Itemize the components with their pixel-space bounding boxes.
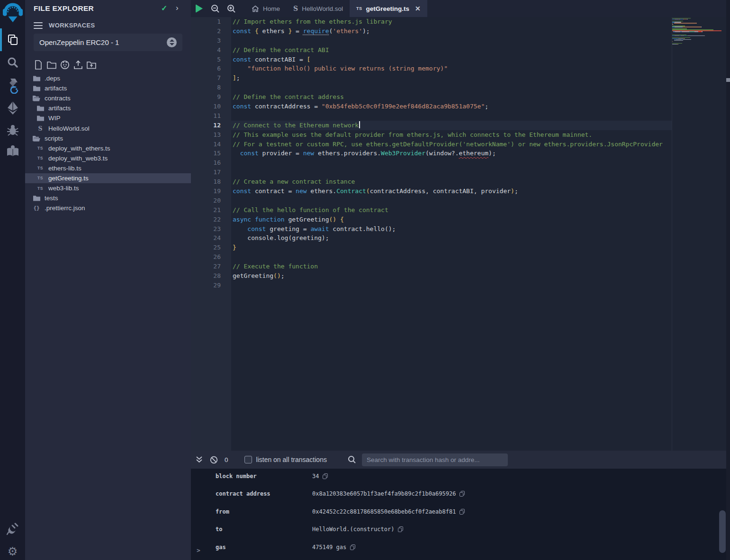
code-line-14[interactable]: // For a testnet or custom RPC, use ethe… <box>231 140 672 149</box>
zoom-in-button[interactable] <box>223 0 239 17</box>
code-line-3[interactable] <box>231 36 672 45</box>
code-line-10[interactable]: const contractAddress = "0xb54febb5c0c0f… <box>231 102 672 111</box>
line-number[interactable]: 11 <box>191 111 231 121</box>
tab-home[interactable]: Home <box>245 0 287 17</box>
line-number[interactable]: 29 <box>191 281 231 290</box>
copy-icon[interactable] <box>460 509 465 515</box>
line-number[interactable]: 13 <box>191 130 231 140</box>
line-number[interactable]: 8 <box>191 83 231 92</box>
code-line-29[interactable] <box>231 281 672 290</box>
workspace-switch-icon[interactable] <box>167 37 177 47</box>
file-tree-item[interactable]: contracts <box>25 93 191 103</box>
code-line-16[interactable] <box>231 158 672 168</box>
workspaces-menu-icon[interactable] <box>34 22 43 30</box>
line-number[interactable]: 7 <box>191 73 231 83</box>
code-line-7[interactable]: ]; <box>231 73 672 83</box>
file-tree-item[interactable]: TSdeploy_with_web3.ts <box>25 153 191 163</box>
zoom-out-button[interactable] <box>207 0 223 17</box>
code-line-8[interactable] <box>231 83 672 92</box>
copy-icon[interactable] <box>398 526 403 532</box>
line-number[interactable]: 4 <box>191 45 231 55</box>
tab-helloworld-sol[interactable]: SHelloWorld.sol <box>287 0 350 17</box>
code-line-19[interactable]: const contract = new ethers.Contract(con… <box>231 187 672 196</box>
line-number[interactable]: 24 <box>191 233 231 243</box>
debugger-icon[interactable] <box>0 122 25 138</box>
file-tree-item[interactable]: TSgetGreeting.ts <box>25 173 191 183</box>
line-number[interactable]: 9 <box>191 92 231 102</box>
run-script-button[interactable] <box>191 0 207 17</box>
file-tree-item[interactable]: {}.prettierrc.json <box>25 203 191 213</box>
code-line-25[interactable]: } <box>231 243 672 252</box>
tab-getgreeting-ts[interactable]: TSgetGreeting.ts✕ <box>350 0 427 17</box>
page-scrollbar-thumb[interactable] <box>726 78 730 82</box>
line-number[interactable]: 22 <box>191 215 231 224</box>
code-line-21[interactable]: // Call the hello function of the contra… <box>231 205 672 215</box>
file-tree-item[interactable]: artifacts <box>25 83 191 93</box>
file-tree-item[interactable]: TSweb3-lib.ts <box>25 183 191 193</box>
code-line-18[interactable]: // Create a new contract instance <box>231 177 672 187</box>
line-number[interactable]: 25 <box>191 243 231 252</box>
terminal-prompt[interactable]: > <box>197 547 200 554</box>
code-line-24[interactable]: console.log(greeting); <box>231 233 672 243</box>
code-line-6[interactable]: "function hello() public view returns (s… <box>231 64 672 73</box>
line-number[interactable]: 20 <box>191 196 231 205</box>
file-tree-item[interactable]: artifacts <box>25 103 191 113</box>
file-tree-item[interactable]: scripts <box>25 133 191 143</box>
github-clone-icon[interactable] <box>60 60 70 70</box>
collapse-terminal-icon[interactable] <box>196 456 203 463</box>
settings-gear-icon[interactable]: ⚙ <box>0 543 25 560</box>
code-line-22[interactable]: async function getGreeting() { <box>231 215 672 224</box>
line-number[interactable]: 28 <box>191 271 231 281</box>
code-line-1[interactable]: // Import ethers from the ethers.js libr… <box>231 17 672 27</box>
file-tree-item[interactable]: WIP <box>25 113 191 123</box>
code-line-5[interactable]: const contractABI = [ <box>231 55 672 64</box>
page-scrollbar[interactable] <box>726 0 730 560</box>
line-number[interactable]: 23 <box>191 224 231 234</box>
deploy-and-run-icon[interactable] <box>0 99 25 116</box>
copy-icon[interactable] <box>350 544 355 550</box>
line-number[interactable]: 3 <box>191 36 231 45</box>
code-line-12[interactable]: // Connect to the Ethereum network <box>231 121 672 130</box>
code-line-13[interactable]: // This example uses the default provide… <box>231 130 672 140</box>
line-number[interactable]: 19 <box>191 187 231 196</box>
code-line-28[interactable]: getGreeting(); <box>231 271 672 281</box>
expand-chevron-icon[interactable]: › <box>176 3 179 13</box>
line-number[interactable]: 15 <box>191 149 231 158</box>
listen-transactions-checkbox[interactable] <box>244 456 252 463</box>
code-line-27[interactable]: // Execute the function <box>231 262 672 271</box>
accept-check-icon[interactable]: ✓ <box>161 4 167 13</box>
new-file-icon[interactable] <box>34 60 43 70</box>
copy-icon[interactable] <box>460 491 465 497</box>
line-number[interactable]: 2 <box>191 27 231 36</box>
terminal-scrollbar-thumb[interactable] <box>719 510 726 553</box>
line-number[interactable]: 27 <box>191 262 231 271</box>
file-tree-item[interactable]: TSdeploy_with_ethers.ts <box>25 143 191 153</box>
file-tree-item[interactable]: TSethers-lib.ts <box>25 163 191 173</box>
learneth-icon[interactable] <box>0 143 25 159</box>
line-number[interactable]: 26 <box>191 252 231 262</box>
line-number[interactable]: 17 <box>191 168 231 177</box>
code-line-17[interactable] <box>231 168 672 177</box>
code-line-9[interactable]: // Define the contract address <box>231 92 672 102</box>
plugin-manager-icon[interactable] <box>0 521 25 537</box>
line-number[interactable]: 14 <box>191 140 231 149</box>
solidity-compiler-icon[interactable] <box>0 77 25 95</box>
code-content[interactable]: // Import ethers from the ethers.js libr… <box>231 17 672 451</box>
close-tab-icon[interactable]: ✕ <box>415 5 421 12</box>
code-line-4[interactable]: // Define the contract ABI <box>231 45 672 55</box>
code-line-15[interactable]: const provider = new ethers.providers.We… <box>231 149 672 158</box>
line-number[interactable]: 10 <box>191 102 231 111</box>
line-number[interactable]: 6 <box>191 64 231 73</box>
code-line-11[interactable] <box>231 111 672 121</box>
file-explorer-icon[interactable] <box>0 31 25 48</box>
line-number[interactable]: 1 <box>191 17 231 27</box>
line-number[interactable]: 16 <box>191 158 231 168</box>
search-icon[interactable] <box>0 55 25 70</box>
code-line-23[interactable]: const greeting = await contract.hello(); <box>231 224 672 234</box>
remix-logo-icon[interactable] <box>0 2 25 24</box>
minimap[interactable] <box>672 17 726 451</box>
new-folder-icon[interactable] <box>47 60 56 70</box>
line-number-gutter[interactable]: 1234567891011121314151617181920212223242… <box>191 17 231 451</box>
upload-file-icon[interactable] <box>73 60 83 70</box>
upload-folder-icon[interactable] <box>87 60 96 70</box>
